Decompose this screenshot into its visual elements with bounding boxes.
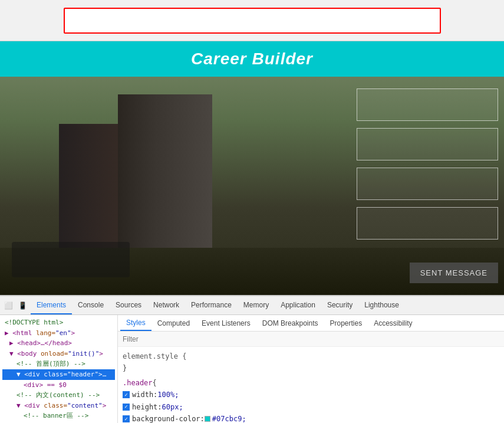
- css-prop-height-label: height:: [132, 401, 162, 413]
- filter-input[interactable]: [123, 335, 241, 343]
- subtab-accessibility[interactable]: Accessibility: [368, 315, 418, 331]
- subtab-styles[interactable]: Styles: [120, 315, 151, 331]
- overlay-boxes: [357, 88, 498, 240]
- element-style-close: }: [123, 362, 499, 374]
- color-swatch-header[interactable]: [205, 416, 210, 422]
- css-selector-header: .header: [123, 377, 153, 389]
- dom-body[interactable]: ▼ <body onload="init()">: [2, 349, 115, 359]
- site-header: Career Builder: [0, 41, 504, 77]
- css-prop-width-label: width:: [132, 389, 157, 401]
- tab-elements[interactable]: Elements: [31, 296, 72, 314]
- filter-bar: [118, 332, 504, 347]
- site-title: Career Builder: [191, 50, 313, 68]
- css-checkbox-height[interactable]: [123, 404, 130, 411]
- subtab-properties[interactable]: Properties: [324, 315, 368, 331]
- tab-performance[interactable]: Performance: [185, 296, 238, 314]
- dom-comment-content: <!-- 內文(content) -->: [2, 390, 115, 401]
- sent-message-button[interactable]: SENT MESSAGE: [410, 263, 498, 283]
- header-selector-line: .header {: [123, 377, 499, 389]
- css-panel: element.style { } .header { width: 100%;: [118, 347, 504, 423]
- overlay-box-2: [357, 128, 498, 160]
- devtools-panel: ⬜ 📱 Elements Console Sources Network Per…: [0, 295, 504, 423]
- dom-div-content[interactable]: ▼ <div class="content">: [2, 401, 115, 411]
- dom-div-header[interactable]: ▼ <div class="header">…: [2, 369, 115, 380]
- css-value-height: 60px;: [162, 401, 183, 413]
- element-style-open: element.style {: [123, 350, 499, 362]
- tab-network[interactable]: Network: [147, 296, 185, 314]
- devtools-tabs-row: ⬜ 📱 Elements Console Sources Network Per…: [0, 296, 504, 315]
- dom-div-s0[interactable]: <div> == $0: [2, 380, 115, 391]
- tab-sources[interactable]: Sources: [110, 296, 147, 314]
- devtools-content: <!DOCTYPE html> ▶ <html lang="en"> ▶ <he…: [0, 315, 504, 423]
- dom-html[interactable]: ▶ <html lang="en">: [2, 328, 115, 339]
- hero-area: SENT MESSAGE: [0, 77, 504, 295]
- overlay-box-1: [357, 88, 498, 121]
- browser-chrome: [0, 0, 504, 41]
- overlay-box-4: [357, 207, 498, 240]
- css-prop-width: width: 100%;: [123, 389, 499, 401]
- css-prop-bgcolor: background-color: #07cbc9;: [123, 413, 499, 423]
- inspect-icon[interactable]: ⬜: [2, 300, 14, 311]
- element-style-brace-close: }: [123, 362, 127, 374]
- tab-security[interactable]: Security: [321, 296, 358, 314]
- css-checkbox-width[interactable]: [123, 391, 130, 398]
- tab-application[interactable]: Application: [275, 296, 321, 314]
- devtools-subtabs-row: Styles Computed Event Listeners DOM Brea…: [118, 315, 504, 332]
- css-prop-height: height: 60px;: [123, 401, 499, 413]
- css-prop-bgcolor-label: background-color:: [132, 413, 205, 423]
- css-value-bgcolor: #07cbc9;: [212, 413, 246, 423]
- css-checkbox-bgcolor[interactable]: [123, 415, 130, 422]
- subtab-dom-breakpoints[interactable]: DOM Breakpoints: [256, 315, 324, 331]
- tab-lighthouse[interactable]: Lighthouse: [358, 296, 405, 314]
- subtab-event-listeners[interactable]: Event Listeners: [196, 315, 256, 331]
- dom-tree: <!DOCTYPE html> ▶ <html lang="en"> ▶ <he…: [0, 315, 118, 423]
- element-style-label: element.style {: [123, 350, 186, 362]
- device-icon[interactable]: 📱: [17, 300, 28, 311]
- address-bar[interactable]: [64, 8, 441, 34]
- css-brace-open: {: [153, 377, 157, 389]
- tab-console[interactable]: Console: [72, 296, 110, 314]
- dom-comment-banner: <!-- banner區 -->: [2, 411, 115, 421]
- motorcycles: [12, 242, 130, 277]
- dom-head[interactable]: ▶ <head>…</head>: [2, 338, 115, 349]
- css-value-width: 100%;: [157, 389, 179, 401]
- tab-memory[interactable]: Memory: [238, 296, 275, 314]
- subtab-computed[interactable]: Computed: [151, 315, 196, 331]
- dom-comment-top: <!-- 首層(頂部) -->: [2, 359, 115, 369]
- site-preview: Career Builder SENT MESSAGE: [0, 41, 504, 295]
- overlay-box-3: [357, 168, 498, 200]
- dom-doctype: <!DOCTYPE html>: [2, 317, 115, 328]
